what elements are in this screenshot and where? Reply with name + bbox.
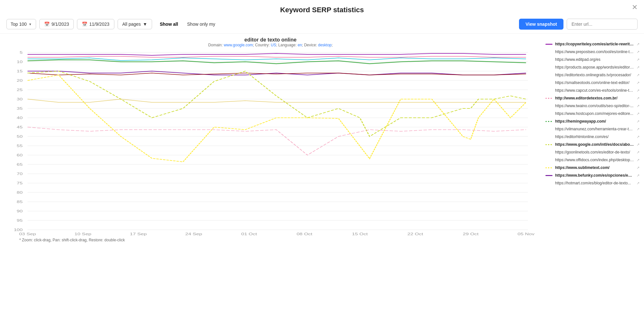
svg-text:60: 60 bbox=[17, 153, 23, 157]
svg-text:55: 55 bbox=[17, 144, 23, 148]
external-link-icon-15: ↗ bbox=[637, 150, 639, 154]
legend-color-12 bbox=[545, 129, 553, 130]
legend-url-1: https://copywriteley.com/es/article-rewr… bbox=[555, 42, 634, 46]
legend-item-9[interactable]: https://www.twaino.com/outils/seo-sp/edi… bbox=[544, 102, 641, 110]
external-link-icon-18: ↗ bbox=[637, 173, 639, 178]
external-link-icon-14: ↗ bbox=[637, 143, 639, 147]
svg-text:15 Oct: 15 Oct bbox=[352, 232, 368, 236]
legend-url-12: https://vilmanunez.com/herramienta-crear… bbox=[555, 127, 634, 131]
legend-color-14 bbox=[545, 144, 553, 145]
external-link-icon-13: ↗ bbox=[637, 135, 639, 139]
external-link-icon-1: ↗ bbox=[637, 42, 639, 46]
external-link-icon-17: ↗ bbox=[637, 166, 639, 170]
legend-url-14: https://www.google.com/intl/es/docs/abou… bbox=[555, 142, 634, 147]
external-link-icon-8: ↗ bbox=[637, 96, 639, 100]
legend-url-19: https://hotmart.com/es/blog/editor-de-te… bbox=[555, 181, 634, 185]
svg-text:50: 50 bbox=[17, 135, 23, 139]
legend-item-19[interactable]: https://hotmart.com/es/blog/editor-de-te… bbox=[544, 179, 641, 187]
legend-item-4[interactable]: https://products.aspose.app/words/es/edi… bbox=[544, 63, 641, 71]
svg-text:05 Nov: 05 Nov bbox=[518, 232, 535, 236]
legend-color-9 bbox=[545, 106, 553, 107]
toolbar-right: View snapshot bbox=[519, 19, 638, 30]
external-link-icon-19: ↗ bbox=[637, 181, 639, 185]
legend-item-13[interactable]: https://editorhtmlonline.com/es/ ↗ bbox=[544, 133, 641, 141]
zoom-hint: * Zoom: click-drag, Pan: shift-click-dra… bbox=[3, 238, 538, 242]
calendar-icon: 📅 bbox=[44, 22, 50, 27]
external-link-icon-16: ↗ bbox=[637, 158, 639, 162]
show-only-my-button[interactable]: Show only my bbox=[183, 19, 220, 29]
legend-url-15: https://goonlinetools.com/es/editor-de-t… bbox=[555, 150, 634, 154]
page-title: Keyword SERP statistics bbox=[0, 0, 644, 19]
legend-url-3: https://www.editpad.org/es bbox=[555, 57, 634, 62]
svg-text:75: 75 bbox=[17, 181, 23, 185]
close-button[interactable]: ✕ bbox=[632, 3, 638, 12]
legend-color-1 bbox=[545, 44, 553, 45]
legend-url-6: https://smallseotools.com/online-text-ed… bbox=[555, 80, 634, 85]
date-start-picker[interactable]: 📅 9/1/2023 bbox=[39, 19, 74, 29]
legend-item-8[interactable]: http://www.editordetextos.com.br/ ↗ bbox=[544, 94, 641, 102]
legend-color-6 bbox=[545, 82, 553, 83]
legend-url-13: https://editorhtmlonline.com/es/ bbox=[555, 135, 634, 139]
url-search-input[interactable] bbox=[567, 19, 638, 30]
chart-wrapper[interactable]: 5 10 15 20 25 30 35 bbox=[3, 49, 538, 236]
svg-text:25: 25 bbox=[17, 88, 23, 92]
legend-color-10 bbox=[545, 113, 553, 114]
external-link-icon-11: ↗ bbox=[637, 119, 639, 124]
country-value: US bbox=[271, 43, 276, 47]
view-snapshot-button[interactable]: View snapshot bbox=[519, 19, 563, 30]
external-link-icon-7: ↗ bbox=[637, 88, 639, 93]
keyword-title: editor de texto online bbox=[3, 37, 538, 43]
svg-rect-0 bbox=[3, 49, 538, 236]
legend-item-14[interactable]: https://www.google.com/intl/es/docs/abou… bbox=[544, 141, 641, 148]
legend-item-6[interactable]: https://smallseotools.com/online-text-ed… bbox=[544, 79, 641, 87]
external-link-icon-10: ↗ bbox=[637, 112, 639, 116]
legend-item-11[interactable]: https://hemingwayapp.com/ ↗ bbox=[544, 117, 641, 125]
legend-item-12[interactable]: https://vilmanunez.com/herramienta-crear… bbox=[544, 125, 641, 133]
legend-item-1[interactable]: https://copywriteley.com/es/article-rewr… bbox=[544, 40, 641, 48]
svg-text:65: 65 bbox=[17, 162, 23, 167]
svg-text:45: 45 bbox=[17, 125, 23, 129]
pages-filter-dropdown[interactable]: All pages ▼ bbox=[118, 19, 152, 29]
legend-item-5[interactable]: https://editortexto.onlinegratis.tv/proc… bbox=[544, 71, 641, 79]
chart-header: editor de texto online Domain: www.googl… bbox=[3, 37, 538, 47]
external-link-icon-3: ↗ bbox=[637, 58, 639, 62]
pages-filter-label: All pages bbox=[122, 22, 141, 27]
legend-url-7: https://www.capcut.com/es-es/tools/onlin… bbox=[555, 88, 634, 93]
legend-item-15[interactable]: https://goonlinetools.com/es/editor-de-t… bbox=[544, 148, 641, 156]
svg-text:90: 90 bbox=[17, 209, 23, 213]
svg-text:85: 85 bbox=[17, 200, 23, 204]
external-link-icon-4: ↗ bbox=[637, 65, 639, 70]
legend-item-2[interactable]: https://www.prepostseo.com/tool/es/onlin… bbox=[544, 48, 641, 56]
external-link-icon-9: ↗ bbox=[637, 104, 639, 108]
legend-item-7[interactable]: https://www.capcut.com/es-es/tools/onlin… bbox=[544, 87, 641, 94]
legend-url-17: https://www.sublimetext.com/ bbox=[555, 165, 634, 170]
show-toggle-group: Show all Show only my bbox=[155, 19, 220, 29]
legend-color-11 bbox=[545, 121, 553, 122]
legend-item-16[interactable]: https://www.offidocs.com/index.php/deskt… bbox=[544, 156, 641, 164]
device-value: desktop bbox=[318, 43, 332, 47]
legend-color-16 bbox=[545, 160, 553, 161]
external-link-icon-2: ↗ bbox=[637, 50, 639, 54]
top-filter-dropdown[interactable]: Top 100 ▼ bbox=[6, 19, 36, 29]
date-end-picker[interactable]: 📅 11/9/2023 bbox=[77, 19, 114, 29]
date-start-label: 9/1/2023 bbox=[52, 22, 69, 27]
legend-color-8 bbox=[545, 98, 553, 99]
date-end-label: 11/9/2023 bbox=[89, 22, 109, 27]
legend-item-17[interactable]: https://www.sublimetext.com/ ↗ bbox=[544, 164, 641, 172]
legend-color-15 bbox=[545, 152, 553, 153]
svg-text:70: 70 bbox=[17, 172, 23, 176]
show-all-button[interactable]: Show all bbox=[155, 19, 183, 29]
legend-item-3[interactable]: https://www.editpad.org/es ↗ bbox=[544, 56, 641, 63]
svg-text:20: 20 bbox=[17, 79, 23, 83]
calendar-icon-2: 📅 bbox=[82, 22, 87, 27]
legend-item-10[interactable]: https://www.hostcupon.com/mejores-editor… bbox=[544, 110, 641, 117]
legend-color-13 bbox=[545, 136, 553, 137]
svg-text:24 Sep: 24 Sep bbox=[185, 232, 202, 236]
top-filter-label: Top 100 bbox=[11, 22, 27, 27]
legend-item-18[interactable]: https://www.befunky.com/es/opciones/edit… bbox=[544, 172, 641, 179]
legend-color-7 bbox=[545, 90, 553, 91]
external-link-icon-6: ↗ bbox=[637, 81, 639, 85]
svg-text:22 Oct: 22 Oct bbox=[408, 232, 423, 236]
chevron-down-icon: ▼ bbox=[29, 23, 32, 26]
svg-text:01 Oct: 01 Oct bbox=[241, 232, 257, 236]
